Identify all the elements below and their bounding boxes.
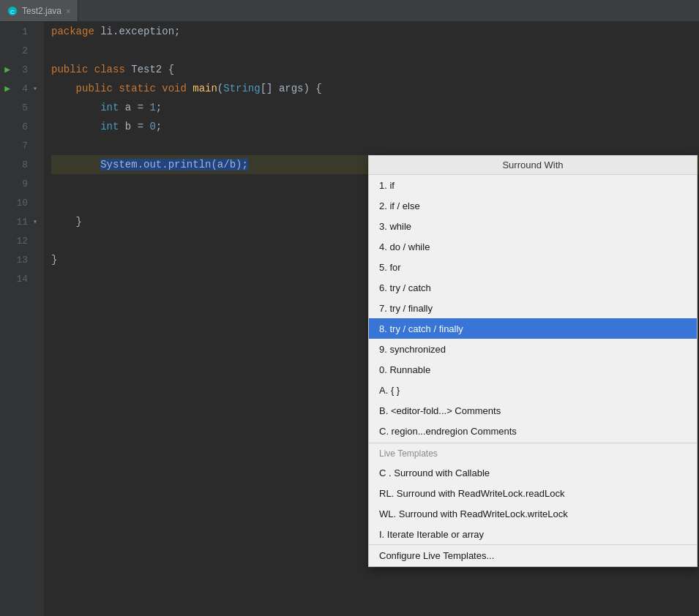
live-templates-label: Live Templates	[369, 445, 697, 462]
dropdown-item-while[interactable]: 3. while	[369, 216, 697, 236]
code-token: class	[94, 64, 131, 75]
java-file-icon: C	[7, 6, 18, 16]
breakpoint-arrow-icon: ▶	[4, 64, 10, 75]
dropdown-item-if-else[interactable]: 2. if / else	[369, 195, 697, 216]
gutter-row: 9	[0, 174, 40, 193]
code-token: ;	[156, 121, 162, 132]
dropdown-item-region[interactable]: C. region...endregion Comments	[369, 421, 697, 441]
gutter-row: 12	[0, 231, 40, 250]
code-token: }	[51, 216, 82, 228]
dropdown-item-sync[interactable]: 9. synchronized	[369, 339, 697, 359]
code-token: }	[51, 254, 57, 266]
code-token: public	[51, 64, 94, 75]
gutter-row: 5	[0, 98, 40, 117]
code-token: int	[100, 102, 119, 113]
dropdown-item-for[interactable]: 5. for	[369, 257, 697, 277]
line-number: 1	[13, 26, 28, 37]
code-token: [] args) {	[261, 83, 322, 94]
dropdown-item-try-catch[interactable]: 6. try / catch	[369, 277, 697, 298]
tab-close-button[interactable]: ×	[66, 7, 70, 15]
code-token: 1	[149, 102, 155, 113]
dropdown-separator-live	[369, 443, 697, 443]
dropdown-item-editor-fold[interactable]: B. <editor-fold...> Comments	[369, 400, 697, 421]
code-token: int	[100, 121, 119, 132]
code-token	[51, 121, 100, 132]
line-number: 14	[13, 274, 28, 285]
live-template-item-readlock[interactable]: RL. Surround with ReadWriteLock.readLock	[369, 483, 697, 503]
gutter-row: ▶3	[0, 60, 40, 79]
code-token: b =	[119, 121, 149, 132]
line-number: 3	[13, 64, 28, 75]
tab-bar: C Test2.java ×	[0, 0, 699, 22]
dropdown-item-do-while[interactable]: 4. do / while	[369, 236, 697, 257]
code-line: public class Test2 {	[51, 60, 699, 79]
dropdown-item-runnable[interactable]: 0. Runnable	[369, 359, 697, 380]
gutter-row: 1	[0, 22, 40, 41]
svg-text:C: C	[10, 9, 15, 15]
live-template-item-writelock[interactable]: WL. Surround with ReadWriteLock.writeLoc…	[369, 503, 697, 524]
code-token: Test2 {	[131, 64, 174, 75]
code-line: package li.exception;	[51, 22, 699, 41]
gutter-row: 10	[0, 193, 40, 212]
tab-filename: Test2.java	[22, 6, 61, 16]
code-line: public static void main(String[] args) {	[51, 79, 699, 98]
gutter-row: 11▾	[0, 212, 40, 231]
code-token: ;	[156, 102, 162, 113]
breakpoint-arrow-icon: ▶	[4, 83, 10, 94]
gutter-row: 6	[0, 117, 40, 136]
fold-icon[interactable]: ▾	[31, 217, 40, 226]
live-template-item-callable[interactable]: C . Surround with Callable	[369, 462, 697, 483]
code-line: int b = 0;	[51, 117, 699, 136]
fold-icon[interactable]: ▾	[31, 84, 40, 93]
line-number: 2	[13, 45, 28, 56]
code-token: void	[162, 83, 192, 94]
dropdown-item-if[interactable]: 1. if	[369, 175, 697, 195]
gutter-row: 8	[0, 155, 40, 174]
code-token: li.exception;	[100, 26, 180, 37]
code-line: int a = 1;	[51, 98, 699, 117]
code-line	[51, 136, 699, 155]
code-token: package	[51, 26, 100, 37]
line-number: 8	[13, 159, 28, 170]
line-number: 13	[13, 255, 28, 266]
editor-area: 12▶3▶4▾567891011▾121314 package li.excep…	[0, 22, 699, 616]
line-number: 7	[13, 140, 28, 151]
line-gutter: 12▶3▶4▾567891011▾121314	[0, 22, 44, 616]
code-line	[51, 41, 699, 60]
gutter-row: ▶4▾	[0, 79, 40, 98]
line-number: 4	[13, 83, 28, 94]
selected-code: System.out.println(a/b);	[100, 159, 248, 170]
tab-test2-java[interactable]: C Test2.java ×	[0, 0, 78, 21]
live-template-item-iterate[interactable]: I. Iterate Iterable or array	[369, 524, 697, 544]
code-token: a =	[119, 102, 149, 113]
code-token: main	[192, 83, 217, 94]
gutter-row: 7	[0, 136, 40, 155]
code-token: String	[223, 83, 260, 94]
line-number: 10	[13, 198, 28, 209]
line-number: 9	[13, 179, 28, 189]
configure-live-templates-link[interactable]: Configure Live Templates...	[369, 544, 697, 566]
line-number: 12	[13, 236, 28, 247]
code-token	[51, 83, 76, 94]
dropdown-item-braces[interactable]: A. { }	[369, 380, 697, 400]
gutter-row: 2	[0, 41, 40, 60]
code-token	[51, 102, 100, 113]
line-number: 11	[13, 217, 28, 228]
code-token: static	[119, 83, 162, 94]
line-number: 5	[13, 102, 28, 113]
line-number: 6	[13, 121, 28, 132]
dropdown-item-try-finally[interactable]: 7. try / finally	[369, 298, 697, 318]
code-token: 0	[149, 121, 155, 132]
dropdown-header: Surround With	[369, 156, 697, 175]
code-token: public	[76, 83, 119, 94]
gutter-row: 14	[0, 269, 40, 288]
gutter-row: 13	[0, 250, 40, 269]
surround-with-popup: Surround With 1. if2. if / else3. while4…	[368, 155, 698, 567]
code-token: (	[217, 83, 223, 94]
dropdown-item-try-catch-fin[interactable]: 8. try / catch / finally	[369, 318, 697, 339]
